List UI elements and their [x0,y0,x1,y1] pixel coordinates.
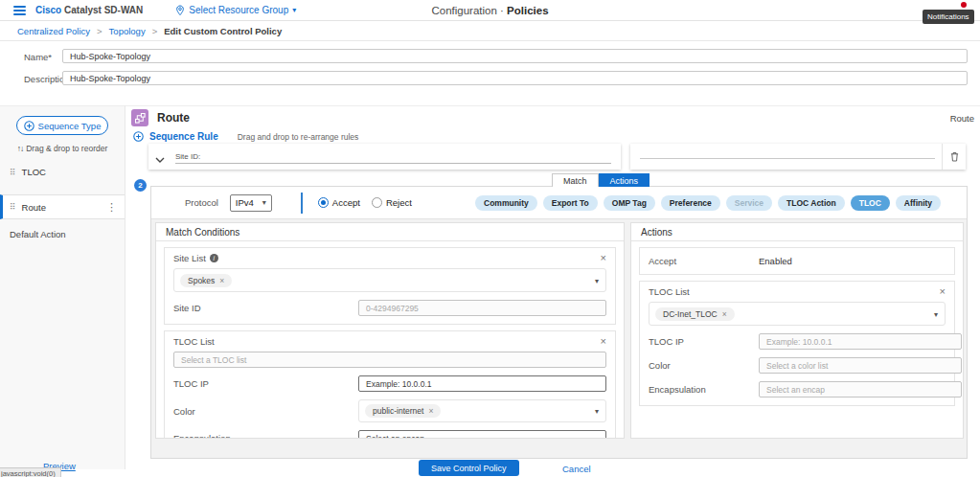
sidebar-item-label: Route [22,202,46,213]
sidebar-item-route[interactable]: ⠿ Route ⋮ [0,194,125,219]
accept-value: Enabled [759,256,792,266]
caret-down-icon: ▾ [292,6,296,14]
brand-cisco: Cisco [35,5,61,15]
tloc-ip-label: TLOC IP [649,336,759,347]
chip-tloc-action[interactable]: TLOC Action [778,195,845,211]
radio-reject[interactable]: Reject [372,197,412,208]
remove-tag-icon[interactable]: × [722,309,727,319]
protocol-value: IPv4 [236,197,254,208]
color-select[interactable]: public-internet × ▾ [358,399,606,422]
delete-rule-button[interactable] [942,144,966,170]
toolbar-divider [301,193,303,214]
save-control-policy-button[interactable]: Save Control Policy [419,460,519,476]
encapsulation-field[interactable] [358,430,606,439]
location-pin-icon [175,5,185,16]
breadcrumb: Centralized Policy Topology Edit Custom … [0,22,980,41]
rule-toolbar: Protocol IPv4 ▾ Accept Reject Community … [151,187,967,219]
chip-preference[interactable]: Preference [661,195,720,211]
add-sequence-rule-button[interactable]: Sequence Rule [149,131,218,142]
resource-group-label: Select Resource Group [189,5,288,15]
reorder-hint: ↑↓Drag & drop to reorder [0,144,125,153]
chip-export-to[interactable]: Export To [543,195,598,211]
rearrange-hint: Drag and drop to re-arrange rules [238,132,359,142]
top-bar: Cisco Catalyst SD-WAN Select Resource Gr… [0,0,980,21]
expand-chevron-icon[interactable] [155,154,165,165]
site-list-select[interactable]: Spokes × ▾ [173,268,606,292]
encapsulation-label: Encapsulation [173,433,358,439]
route-title: Route [157,111,190,125]
collapsed-rule-action-summary [640,158,935,159]
accept-action-row: Accept Enabled [639,247,955,275]
chip-service: Service [726,195,772,211]
radio-off-icon [372,197,382,208]
chip-tloc[interactable]: TLOC [851,195,890,211]
breadcrumb-separator [97,26,103,36]
actions-panel: Actions Accept Enabled TLOC List × DC-In… [630,222,964,439]
remove-tag-icon[interactable]: × [219,276,224,285]
chip-community[interactable]: Community [475,195,537,211]
status-bar-url: javascript:void(0) [0,467,61,477]
tloc-ip-label: TLOC IP [173,378,358,389]
chip-affinity[interactable]: Affinity [896,195,941,211]
chip-omp-tag[interactable]: OMP Tag [604,195,655,211]
site-id-label: Site ID [173,303,358,313]
brand-product: Catalyst SD-WAN [64,5,143,15]
description-row: Description* [0,71,980,86]
remove-tloc-action-button[interactable]: × [940,286,946,297]
cancel-button[interactable]: Cancel [562,464,591,474]
drag-grip-icon[interactable]: ⠿ [10,202,16,212]
collapsed-rule-match-summary[interactable]: Site ID: [175,152,611,164]
trash-icon [950,151,959,162]
actions-tloc-group: TLOC List × DC-Inet_TLOC × ▾ TLOC IP [639,281,955,406]
breadcrumb-separator [152,26,158,36]
description-field[interactable] [62,71,968,85]
caret-down-icon: ▾ [595,407,599,416]
color-label: Color [649,360,759,371]
tloc-list-label: TLOC List [173,336,215,347]
breadcrumb-centralized-policy[interactable]: Centralized Policy [17,26,90,36]
tloc-ip-field[interactable] [358,375,606,392]
sidebar-item-tloc[interactable]: ⠿ TLOC [0,161,125,183]
info-icon: i [210,254,218,262]
remove-tag-icon[interactable]: × [428,406,433,416]
match-conditions-title: Match Conditions [156,223,624,241]
notifications-tooltip: Notifications [923,10,974,24]
route-editor: Route Route Sequence Rule Drag and drop … [125,105,980,477]
accept-label: Accept [649,256,759,266]
caret-down-icon: ▾ [595,276,599,284]
hamburger-menu-icon[interactable] [13,4,26,17]
drag-grip-icon[interactable]: ⠿ [10,168,16,177]
tloc-list-field [173,352,606,368]
radio-accept[interactable]: Accept [318,197,360,208]
actions-title: Actions [631,223,963,241]
actions-color-field [759,357,962,374]
add-sequence-type-button[interactable]: Sequence Type [16,116,108,135]
match-conditions-panel: Match Conditions Site List i × Spokes × … [155,222,625,439]
sequence-rule-editor-card: Match Actions Protocol IPv4 ▾ Accept Rej… [150,186,968,459]
name-field[interactable] [62,49,968,63]
breadcrumb-topology[interactable]: Topology [109,26,146,36]
brand-logo: Cisco Catalyst SD-WAN [35,5,143,15]
item-menu-kebab-icon[interactable]: ⋮ [106,201,117,214]
color-tag: public-internet × [365,404,441,418]
sequence-number-badge: 2 [134,179,147,192]
tloc-list-tag: DC-Inet_TLOC × [655,307,735,321]
plus-circle-icon [133,131,144,142]
resource-group-selector[interactable]: Select Resource Group ▾ [175,5,296,16]
actions-tloc-ip-field [759,333,962,350]
tloc-list-label: TLOC List [649,286,690,297]
remove-site-list-button[interactable]: × [601,253,606,263]
actions-tloc-list-select[interactable]: DC-Inet_TLOC × ▾ [649,302,946,326]
breadcrumb-current: Edit Custom Control Policy [164,26,282,36]
site-list-group: Site List i × Spokes × ▾ Site ID [164,247,616,325]
name-row: Name* [0,49,980,64]
encapsulation-label: Encapsulation [649,384,759,395]
route-header: Route [131,109,190,126]
remove-tloc-button[interactable]: × [601,336,606,347]
caret-down-icon: ▾ [262,198,266,207]
name-label: Name* [24,52,52,62]
sidebar-item-label: TLOC [22,167,46,177]
collapsed-rule-card: Site ID: [148,144,621,170]
sidebar-item-default-action[interactable]: Default Action [0,223,125,244]
protocol-select[interactable]: IPv4 ▾ [230,194,272,212]
